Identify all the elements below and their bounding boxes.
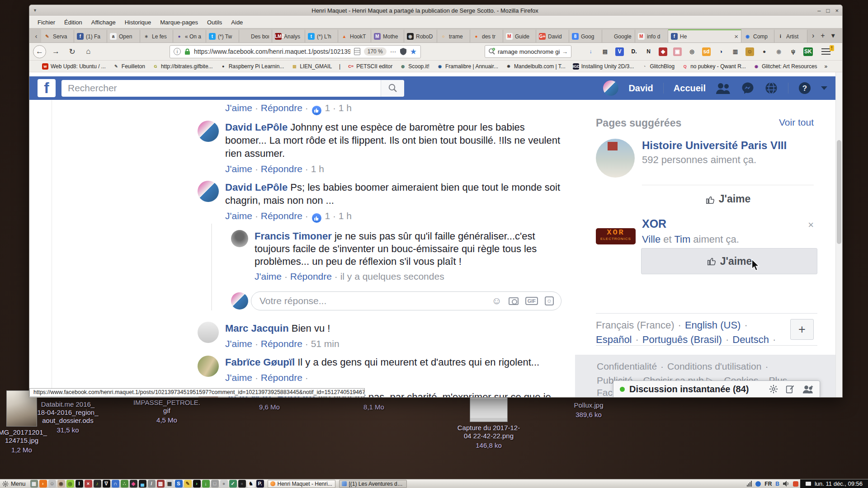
addon-icon[interactable]: ●	[760, 47, 769, 56]
browser-tab[interactable]: M Mothe	[371, 29, 404, 42]
reply-link[interactable]: Répondre	[261, 338, 302, 349]
comment-time[interactable]: 51 min	[311, 338, 340, 349]
addon-icon[interactable]: ψ	[789, 47, 797, 56]
chat-settings-gear-icon[interactable]	[769, 385, 778, 394]
update-notifier-icon[interactable]	[793, 481, 798, 487]
launcher-icon[interactable]: ×	[85, 480, 92, 488]
page-name-link[interactable]: XOR	[642, 217, 666, 230]
add-friend-icon[interactable]	[802, 385, 813, 394]
launcher-icon[interactable]: S	[175, 480, 183, 488]
launcher-icon[interactable]: ∇	[103, 480, 110, 488]
forward-button[interactable]: →	[49, 45, 62, 58]
bookmark-item[interactable]: ◍ Scoop.it!	[400, 63, 429, 70]
browser-tab[interactable]: LMD Analys	[272, 29, 305, 42]
menubar-item[interactable]: Historique	[120, 17, 156, 28]
gif-icon[interactable]: GIF	[525, 297, 538, 305]
launcher-icon[interactable]: ✓	[229, 480, 237, 488]
browser-tab[interactable]: ○ trame	[437, 29, 470, 42]
launcher-icon[interactable]: ▄	[139, 480, 146, 488]
friend-requests-icon[interactable]	[716, 82, 731, 94]
facebook-logo[interactable]: f	[38, 79, 56, 97]
applications-menu-button[interactable]: Menu	[2, 480, 28, 487]
bluetooth-icon[interactable]: B	[775, 481, 779, 487]
browser-tab[interactable]: f (1) Fa	[74, 29, 107, 42]
bookmark-star-icon[interactable]: ★	[410, 47, 417, 56]
desktop-file[interactable]: Pollux.jpg 389,6 ko	[539, 401, 638, 419]
hamburger-menu-icon[interactable]: !	[821, 48, 830, 55]
browser-tab[interactable]: ∗ Le fes	[140, 29, 173, 42]
bookmark-item[interactable]: Q no pubkey - Qwant R...	[682, 63, 746, 70]
reply-link[interactable]: Répondre	[261, 372, 302, 383]
addon-icon[interactable]: ◎	[688, 47, 696, 56]
page-image[interactable]	[596, 139, 635, 178]
launcher-icon[interactable]: ☺	[48, 480, 56, 488]
launcher-icon[interactable]: /	[148, 480, 156, 488]
reply-link[interactable]: Répondre	[261, 211, 302, 221]
bookmark-item[interactable]: IGD Installing Unity 2D/3...	[573, 63, 634, 70]
addon-icon[interactable]: ▣	[673, 47, 682, 56]
browser-tab[interactable]: ◉ RoboD	[404, 29, 437, 42]
avatar[interactable]	[198, 181, 219, 202]
comment-time[interactable]: 1 h	[339, 211, 352, 221]
bookmark-item[interactable]: ◔ GlitchBlog	[641, 63, 675, 70]
taskbar-window-button[interactable]: Henri Maquet - Henri...	[268, 480, 335, 488]
browser-tab[interactable]: a Open	[107, 29, 140, 42]
tab-list-icon[interactable]: ▾	[831, 31, 835, 40]
bookmark-item[interactable]: G http://bitrates.gifbite...	[152, 63, 213, 70]
menubar-item[interactable]: Fichier	[33, 17, 60, 28]
comment-time[interactable]: 1 h	[311, 164, 324, 174]
like-page-button[interactable]: J'aime	[641, 248, 817, 274]
desktop-file[interactable]: 8,1 Mo	[324, 402, 424, 411]
footer-link[interactable]: Conditions d'utilisation	[667, 359, 761, 373]
reply-link[interactable]: Répondre	[290, 271, 332, 282]
close-button[interactable]: ×	[835, 7, 839, 14]
messenger-tray-icon[interactable]	[755, 481, 761, 487]
bookmark-item[interactable]: ❋ Mandelbulb.com | T...	[505, 63, 566, 70]
search-bar[interactable]: ramage monochrome gim →	[485, 45, 571, 58]
bookmark-item[interactable]: w Web Upd8: Ubuntu / ...	[42, 63, 106, 70]
add-language-button[interactable]: +	[790, 319, 814, 340]
notifications-globe-icon[interactable]	[764, 81, 778, 95]
taskbar-window-button[interactable]: [(1) Les Aventures de...	[339, 480, 407, 488]
launcher-icon[interactable]: ●	[220, 480, 228, 488]
launcher-icon[interactable]: ♪	[94, 480, 101, 488]
addon-icon[interactable]: ◉	[774, 47, 783, 56]
addon-icon[interactable]: ▤	[601, 47, 609, 56]
help-icon[interactable]: ?	[798, 82, 811, 94]
language-link[interactable]: Español	[596, 333, 632, 347]
bookmark-item[interactable]: ● Raspberry Pi Learnin...	[220, 63, 284, 70]
desktop-file[interactable]: 9,6 Mo	[220, 402, 319, 411]
addon-icon[interactable]: N	[644, 47, 653, 56]
comment-time[interactable]: 1 h	[339, 103, 352, 113]
page-actions-icon[interactable]: ⋯	[390, 48, 396, 55]
browser-tab[interactable]: ● « On a	[173, 29, 206, 42]
zoom-level-badge[interactable]: 170 %	[364, 47, 387, 56]
scrollbar-thumb[interactable]	[837, 140, 841, 244]
menubar-item[interactable]: Marque-pages	[156, 17, 203, 28]
avatar[interactable]	[231, 230, 248, 247]
account-menu-caret-icon[interactable]	[821, 86, 827, 90]
language-link[interactable]: Deutsch	[732, 333, 769, 347]
search-engine-icon[interactable]	[488, 48, 495, 55]
bookmark-item[interactable]: ▤ LIEN_GMAIL	[291, 63, 332, 70]
menubar-item[interactable]: Affichage	[87, 17, 120, 28]
bookmark-item[interactable]: ✎ Feuilleton	[113, 63, 145, 70]
desktop-file[interactable]: Databit.me 2016_ 18-04-2016_region_ aout…	[18, 400, 118, 434]
scrollbar[interactable]	[835, 72, 842, 397]
menubar-item[interactable]: Édition	[60, 17, 87, 28]
tab-close-icon[interactable]: ×	[734, 33, 738, 40]
addon-icon[interactable]: ☺	[745, 47, 754, 56]
facebook-search[interactable]: Rechercher	[61, 80, 404, 97]
launcher-icon[interactable]: ✎	[184, 480, 192, 488]
comment-time[interactable]: il y a quelques secondes	[340, 271, 444, 282]
reply-input[interactable]: Votre réponse... ☺ GIF ☺	[251, 291, 561, 310]
new-message-icon[interactable]	[786, 385, 795, 394]
launcher-icon[interactable]: ◗	[39, 480, 47, 488]
addon-icon[interactable]: D.	[630, 47, 638, 56]
back-button[interactable]: ←	[33, 45, 46, 58]
browser-tab[interactable]: G+ David	[536, 29, 569, 42]
bookmark-item[interactable]: |	[339, 63, 340, 70]
new-tab-button[interactable]: +	[821, 32, 825, 40]
sticker-icon[interactable]: ☺	[545, 296, 554, 305]
menubar-item[interactable]: Outils	[203, 17, 226, 28]
